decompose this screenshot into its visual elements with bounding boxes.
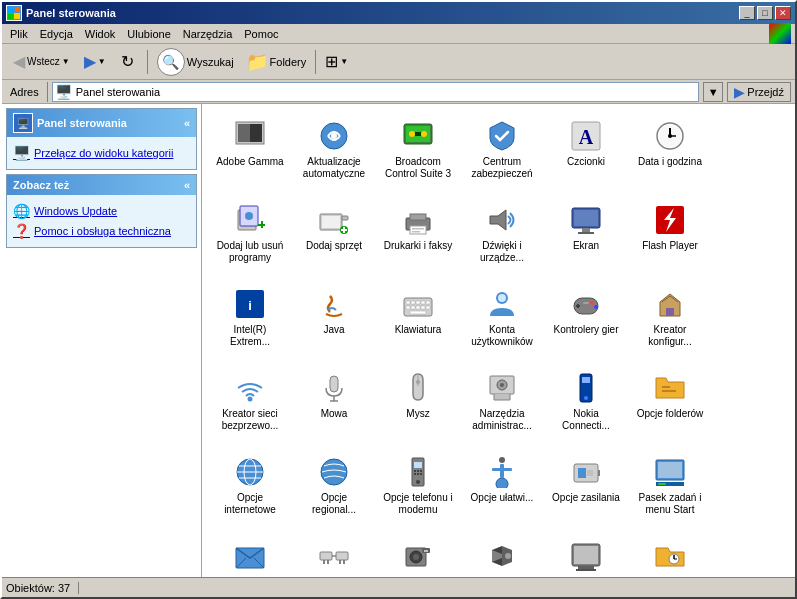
icon-kreator-sieci[interactable]: Kreator sieci bezprzewo... xyxy=(210,364,290,444)
sidebar-panel-collapse-icon: « xyxy=(184,117,190,129)
icon-opcje-zas[interactable]: Opcje zasilania xyxy=(546,448,626,528)
icon-centrum[interactable]: Centrum zabezpieczeń xyxy=(462,112,542,192)
icon-aktualizacje[interactable]: Aktualizacje automatyczne xyxy=(294,112,374,192)
menu-widok[interactable]: Widok xyxy=(79,26,122,42)
sidebar-switch-icon: 🖥️ xyxy=(13,145,30,161)
svg-point-23 xyxy=(245,212,253,220)
svg-rect-50 xyxy=(421,301,425,304)
svg-text:A: A xyxy=(579,126,594,148)
icon-drukarki[interactable]: Drukarki i faksy xyxy=(378,196,458,276)
icon-kreator-konfig[interactable]: Kreator konfigur... xyxy=(630,280,710,360)
svg-point-96 xyxy=(496,478,508,488)
minimize-button[interactable]: _ xyxy=(739,6,755,20)
icon-opcje-ulat[interactable]: Opcje ułatwi... xyxy=(462,448,542,528)
svg-rect-114 xyxy=(323,560,325,564)
icon-system[interactable]: System xyxy=(546,532,626,577)
menu-edycja[interactable]: Edycja xyxy=(34,26,79,42)
icon-soundmax[interactable]: SoundMAX xyxy=(462,532,542,577)
icon-zaplanowane[interactable]: Zaplanowane zadania xyxy=(630,532,710,577)
icon-broadcom[interactable]: Broadcom Control Suite 3 xyxy=(378,112,458,192)
go-arrow-icon: ▶ xyxy=(734,84,745,100)
opcje-tel-label: Opcje telefonu i modemu xyxy=(382,492,454,516)
window-title: Panel sterowania xyxy=(26,7,116,19)
icons-area: Adobe Gamma Aktualizacje automatyczne xyxy=(202,104,795,577)
icon-opcje-int[interactable]: Opcje internetowe xyxy=(210,448,290,528)
menu-pomoc[interactable]: Pomoc xyxy=(238,26,284,42)
search-button[interactable]: 🔍 Wyszukaj xyxy=(152,47,239,77)
svg-rect-51 xyxy=(426,301,430,304)
icon-java[interactable]: Java xyxy=(294,280,374,360)
kreator-konfig-icon xyxy=(654,288,686,320)
sidebar-seealso-title: Zobacz też xyxy=(13,179,69,191)
sidebar-seealso-collapse-icon: « xyxy=(184,179,190,191)
icon-data[interactable]: Data i godzina xyxy=(630,112,710,192)
maximize-button[interactable]: □ xyxy=(757,6,773,20)
nokia-icon xyxy=(570,372,602,404)
svg-rect-52 xyxy=(406,306,410,309)
icon-mysz[interactable]: Mysz xyxy=(378,364,458,444)
icon-ekran[interactable]: Ekran xyxy=(546,196,626,276)
menu-ulubione[interactable]: Ulubione xyxy=(121,26,176,42)
sidebar-windows-update-label: Windows Update xyxy=(34,205,117,217)
sidebar: 🖥️ Panel sterowania « 🖥️ Przełącz do wid… xyxy=(2,104,202,577)
system-icon xyxy=(570,540,602,572)
dzwieki-label: Dźwięki i urządze... xyxy=(466,240,538,264)
sidebar-windows-update-link[interactable]: 🌐 Windows Update xyxy=(13,201,190,221)
icon-nokia[interactable]: Nokia Connecti... xyxy=(546,364,626,444)
svg-rect-65 xyxy=(583,302,589,304)
poczta-icon xyxy=(234,540,266,572)
sidebar-switch-link[interactable]: 🖥️ Przełącz do widoku kategorii xyxy=(13,143,190,163)
icon-flash-player[interactable]: Flash Player xyxy=(630,196,710,276)
icon-polaczenia[interactable]: Połączenia sieciowe xyxy=(294,532,374,577)
opcje-int-label: Opcje internetowe xyxy=(214,492,286,516)
icon-czcionki[interactable]: A Czcionki xyxy=(546,112,626,192)
sidebar-panel-header[interactable]: 🖥️ Panel sterowania « xyxy=(7,109,196,137)
icon-dodaj-sprzet[interactable]: Dodaj sprzęt xyxy=(294,196,374,276)
flash-player-label: Flash Player xyxy=(642,240,698,252)
svg-point-8 xyxy=(331,133,337,139)
icon-skanery[interactable]: Skanery i aparaty fo... xyxy=(378,532,458,577)
icon-poczta[interactable]: Poczta xyxy=(210,532,290,577)
back-button[interactable]: ◀ Wstecz ▼ xyxy=(6,47,77,77)
konta-icon xyxy=(486,288,518,320)
intel-label: Intel(R) Extrem... xyxy=(214,324,286,348)
icon-intel[interactable]: i Intel(R) Extrem... xyxy=(210,280,290,360)
go-button[interactable]: ▶ Przejdź xyxy=(727,82,791,102)
czcionki-icon: A xyxy=(570,120,602,152)
icon-adobe-gamma[interactable]: Adobe Gamma xyxy=(210,112,290,192)
icon-kontrolery[interactable]: Kontrolery gier xyxy=(546,280,626,360)
view-button[interactable]: ⊞ ▼ xyxy=(320,47,353,77)
svg-rect-13 xyxy=(415,132,421,136)
kontrolery-icon xyxy=(570,288,602,320)
sidebar-help-link[interactable]: ❓ Pomoc i obsługa techniczna xyxy=(13,221,190,241)
svg-rect-116 xyxy=(339,560,341,564)
icon-narzedzia[interactable]: Narzędzia administrac... xyxy=(462,364,542,444)
icon-opcje-tel[interactable]: Opcje telefonu i modemu xyxy=(378,448,458,528)
svg-rect-28 xyxy=(342,216,348,220)
close-button[interactable]: ✕ xyxy=(775,6,791,20)
address-input-wrap[interactable]: 🖥️ Panel sterowania xyxy=(52,82,700,102)
icon-pasek[interactable]: Pasek zadań i menu Start xyxy=(630,448,710,528)
icon-opcje-folderow[interactable]: Opcje folderów xyxy=(630,364,710,444)
kreator-sieci-label: Kreator sieci bezprzewo... xyxy=(214,408,286,432)
icon-dodaj-usun[interactable]: Dodaj lub usuń programy xyxy=(210,196,290,276)
icon-dzwieki[interactable]: Dźwięki i urządze... xyxy=(462,196,542,276)
sidebar-seealso-header[interactable]: Zobacz też « xyxy=(7,175,196,195)
address-dropdown-button[interactable]: ▼ xyxy=(703,82,723,102)
svg-point-64 xyxy=(594,305,598,309)
svg-rect-105 xyxy=(658,462,682,478)
folders-button[interactable]: 📁 Foldery xyxy=(241,47,312,77)
svg-rect-90 xyxy=(417,470,419,472)
icon-mowa[interactable]: Mowa xyxy=(294,364,374,444)
icon-konta[interactable]: Konta użytkowników xyxy=(462,280,542,360)
icon-klawiatura[interactable]: Klawiatura xyxy=(378,280,458,360)
sidebar-help-label: Pomoc i obsługa techniczna xyxy=(34,225,171,237)
icon-opcje-reg[interactable]: Opcje regional... xyxy=(294,448,374,528)
refresh-button[interactable]: ↻ xyxy=(113,47,143,77)
menu-narzedzia[interactable]: Narzędzia xyxy=(177,26,239,42)
kontrolery-label: Kontrolery gier xyxy=(553,324,618,336)
opcje-ulat-icon xyxy=(486,456,518,488)
toolbar-separator-1 xyxy=(147,50,148,74)
menu-plik[interactable]: Plik xyxy=(4,26,34,42)
forward-button[interactable]: ▶ ▼ xyxy=(79,47,111,77)
